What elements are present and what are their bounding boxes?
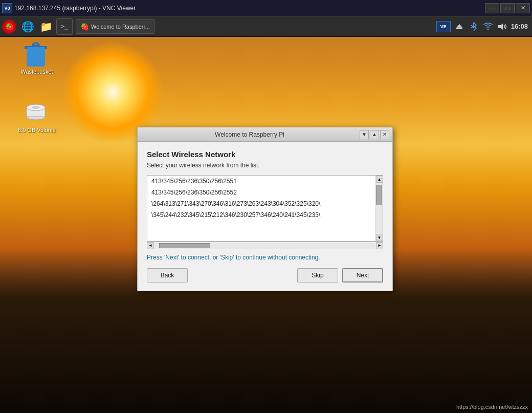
taskbar-folder[interactable]: 📁	[38, 18, 54, 35]
tray-ve-icon[interactable]: VE	[436, 21, 451, 32]
network-item-1[interactable]: 413\345\256\236\350\256\2551	[147, 176, 375, 187]
globe-icon: 🌐	[21, 20, 34, 33]
horiz-scroll-thumb[interactable]	[159, 243, 210, 248]
vnc-window-controls: — □ ✕	[485, 3, 530, 13]
back-button[interactable]: Back	[147, 268, 188, 282]
network-scrollbar[interactable]: ▲ ▼	[375, 176, 383, 241]
tray-volume-icon[interactable]	[497, 21, 508, 32]
wastebasket-icon	[25, 42, 49, 67]
next-button[interactable]: Next	[342, 268, 383, 282]
svg-marker-0	[456, 24, 462, 28]
taskbar-window-rpi-icon: 🍓	[80, 23, 89, 31]
horizontal-scrollbar[interactable]: ◄ ►	[147, 242, 383, 249]
dialog-body: Select Wireless Network Select your wire…	[138, 142, 392, 291]
hint-text: Press 'Next' to connect, or 'Skip' to co…	[147, 254, 383, 261]
scroll-track[interactable]	[376, 183, 383, 234]
volume-disk-icon	[25, 100, 49, 125]
dialog-buttons: Back Skip Next	[147, 268, 383, 282]
taskbar-terminal[interactable]: >_	[56, 18, 73, 35]
desktop-icon-wastebasket[interactable]: Wastebasket	[16, 42, 57, 75]
scroll-left-arrow[interactable]: ◄	[147, 242, 154, 249]
dialog-collapse-button[interactable]: ▼	[360, 130, 369, 139]
wastebasket-body	[27, 47, 45, 67]
maximize-button[interactable]: □	[500, 3, 515, 13]
dialog-close-button[interactable]: ✕	[380, 130, 389, 139]
desktop-icon-volume[interactable]: 8.0 GB Volume	[16, 100, 57, 133]
dialog-restore-button[interactable]: ▲	[370, 130, 379, 139]
skip-button[interactable]: Skip	[297, 268, 338, 282]
svg-rect-1	[456, 28, 462, 29]
vnc-logo: V8	[2, 3, 12, 13]
volume-label: 8.0 GB Volume	[18, 127, 56, 133]
url-bar: https://blog.csdn.net/wtzszzx	[456, 404, 528, 410]
scroll-up-arrow[interactable]: ▲	[376, 176, 383, 183]
wastebasket-handle	[32, 42, 40, 46]
wastebasket-image	[25, 42, 47, 67]
terminal-icon: >_	[61, 23, 68, 30]
scroll-thumb[interactable]	[376, 185, 382, 205]
tray-wifi-icon[interactable]	[482, 21, 494, 32]
tray-eject-icon[interactable]	[454, 21, 465, 32]
dialog-subtext: Select your wireless network from the li…	[147, 162, 383, 169]
network-list[interactable]: 413\345\256\236\350\256\2551 413\345\256…	[147, 176, 375, 241]
taskbar-rpi-menu[interactable]: 🍓	[1, 18, 17, 35]
minimize-button[interactable]: —	[485, 3, 499, 13]
rpi-icon: 🍓	[2, 19, 16, 34]
right-buttons: Skip Next	[297, 268, 383, 282]
horiz-scroll-track[interactable]	[154, 243, 376, 249]
scroll-right-arrow[interactable]: ►	[376, 242, 383, 249]
svg-marker-5	[498, 24, 503, 30]
vnc-title-text: 192.168.137.245 (raspberrypi) - VNC View…	[14, 5, 485, 12]
dialog-title: Welcome to Raspberry Pi	[141, 131, 359, 138]
taskbar-active-window[interactable]: 🍓 Welcome to Raspberr...	[76, 19, 154, 34]
svg-point-4	[487, 28, 489, 30]
tray-bluetooth-icon[interactable]	[468, 21, 479, 32]
select-wireless-dialog: Welcome to Raspberry Pi ▼ ▲ ✕ Select Wir…	[137, 127, 393, 291]
network-item-3[interactable]: \264\313\271\343\270\346\316\273\263\243…	[147, 198, 375, 209]
svg-point-9	[32, 106, 40, 109]
network-item-4[interactable]: \345\244\232\345\215\212\346\230\257\346…	[147, 209, 375, 221]
dialog-heading: Select Wireless Network	[147, 150, 383, 159]
desktop: V8 192.168.137.245 (raspberrypi) - VNC V…	[0, 0, 532, 413]
rpi-symbol: 🍓	[5, 23, 14, 31]
taskbar-window-title: Welcome to Raspberr...	[91, 24, 150, 30]
dialog-titlebar: Welcome to Raspberry Pi ▼ ▲ ✕	[138, 127, 392, 142]
taskbar: 🍓 🌐 📁 >_ 🍓 Welcome to Raspberr... VE	[0, 16, 532, 37]
network-list-container: 413\345\256\236\350\256\2551 413\345\256…	[147, 175, 383, 242]
taskbar-globe[interactable]: 🌐	[19, 18, 36, 35]
network-item-2[interactable]: 413\345\256\236\350\256\2552	[147, 187, 375, 198]
vnc-titlebar: V8 192.168.137.245 (raspberrypi) - VNC V…	[0, 0, 532, 16]
close-button[interactable]: ✕	[516, 3, 530, 13]
system-tray: VE	[436, 21, 528, 32]
tray-clock: 16:08	[511, 23, 528, 30]
scroll-down-arrow[interactable]: ▼	[376, 234, 383, 241]
folder-icon: 📁	[40, 20, 53, 33]
wastebasket-label: Wastebasket	[20, 69, 53, 75]
